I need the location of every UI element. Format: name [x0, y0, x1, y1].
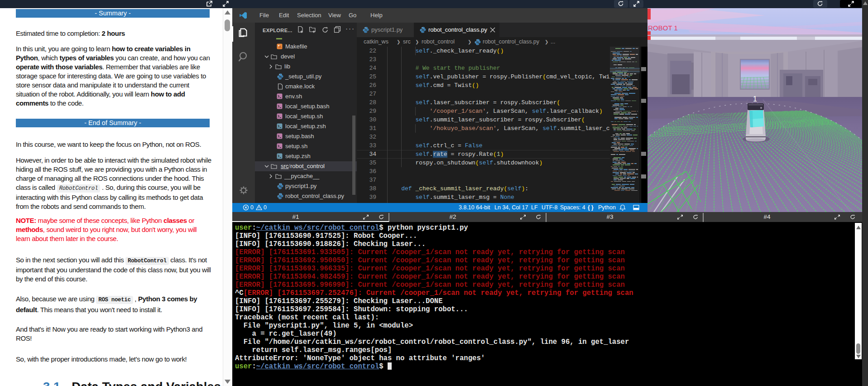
svg-text:ROBOT 1: ROBOT 1 — [648, 24, 678, 32]
svg-text:1: 1 — [753, 95, 757, 103]
